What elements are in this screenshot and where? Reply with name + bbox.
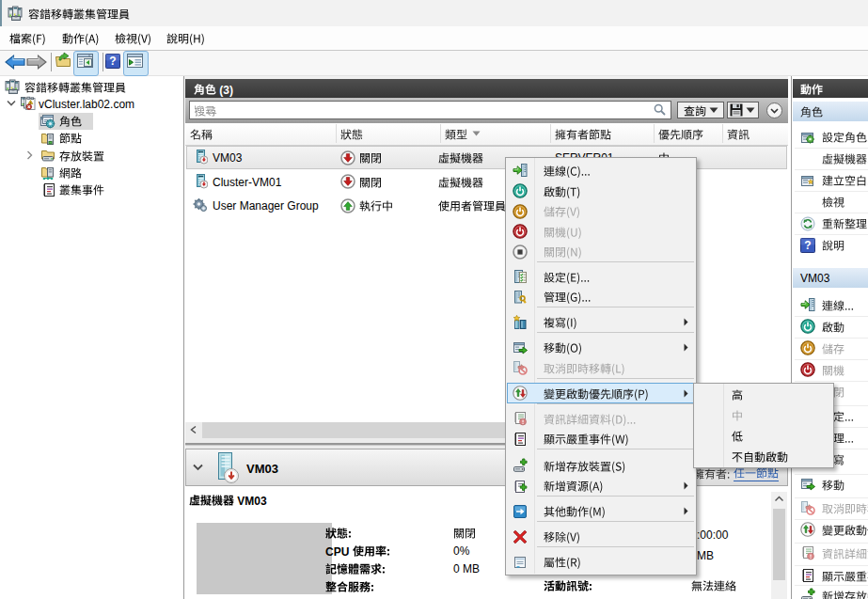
svg-text:?: ?	[109, 55, 116, 68]
svg-text:?: ?	[804, 239, 811, 252]
